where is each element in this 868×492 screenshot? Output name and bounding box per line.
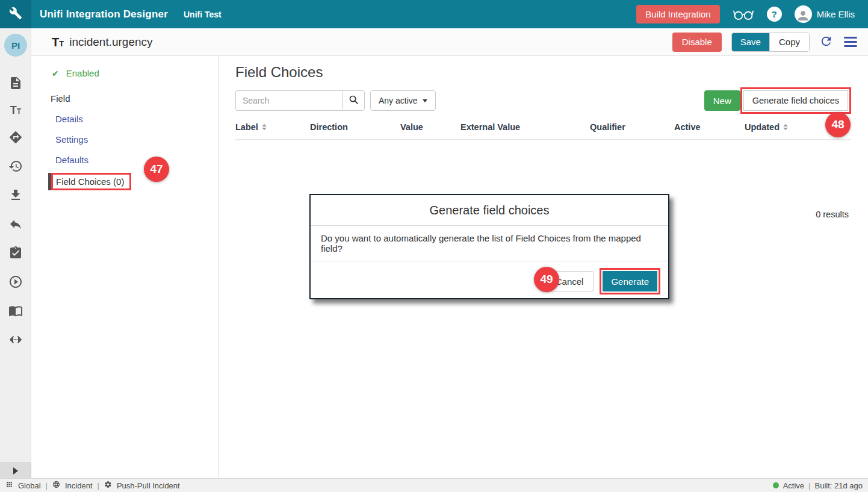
nav-item-details[interactable]: Details: [55, 114, 218, 124]
globe-icon: [52, 481, 60, 490]
sort-icon: [262, 124, 267, 130]
history-icon[interactable]: [8, 159, 23, 173]
new-button[interactable]: New: [704, 90, 740, 111]
status-dot: [773, 482, 779, 488]
table-header-row: Label Direction Value External Value Qua…: [235, 122, 851, 140]
grid-icon: [5, 481, 13, 490]
refresh-button[interactable]: [819, 34, 833, 50]
annotation-box-48: Generate field choices: [740, 87, 851, 114]
column-header-direction[interactable]: Direction: [310, 122, 400, 132]
annotation-step-47: 47: [144, 157, 169, 182]
nav-item-defaults[interactable]: Defaults: [55, 155, 218, 165]
generate-field-choices-button[interactable]: Generate field choices: [743, 90, 848, 111]
gear-icon: [104, 481, 112, 490]
menu-button[interactable]: [843, 36, 858, 48]
glasses-icon[interactable]: [733, 8, 754, 21]
separator: |: [98, 481, 99, 490]
column-header-label[interactable]: Label: [235, 122, 310, 132]
sort-icon: [783, 124, 788, 130]
search-button[interactable]: [342, 90, 365, 111]
copy-button[interactable]: Copy: [769, 33, 809, 51]
modal-title: Generate field choices: [311, 195, 668, 226]
documentation-icon[interactable]: [8, 304, 23, 318]
app-logo[interactable]: [0, 0, 31, 28]
top-bar: Unifi Integration Designer Unifi Test Bu…: [0, 0, 868, 28]
help-icon[interactable]: ?: [767, 7, 782, 22]
side-navigation: ✔ Enabled Field Details Settings Default…: [31, 56, 219, 478]
column-header-external-value[interactable]: External Value: [460, 122, 590, 132]
column-header-active[interactable]: Active: [674, 122, 745, 132]
page-title: Field Choices: [235, 64, 323, 81]
search-input[interactable]: [235, 90, 342, 111]
document-icon[interactable]: [8, 76, 23, 90]
user-name: Mike Ellis: [817, 9, 855, 19]
scope-label[interactable]: Global: [18, 481, 41, 490]
rail-expand-button[interactable]: [0, 462, 31, 478]
built-label: Built: 21d ago: [814, 481, 863, 490]
undo-icon[interactable]: [8, 217, 23, 231]
nav-item-settings[interactable]: Settings: [55, 134, 218, 145]
play-icon[interactable]: [8, 275, 23, 289]
field-type-icon: TT: [52, 36, 64, 48]
active-filter-label: Any active: [379, 96, 418, 105]
app-title: Unifi Integration Designer: [40, 8, 168, 20]
status-bar: Global | Incident | Push-Pull Incident A…: [0, 478, 868, 492]
annotation-step-49: 49: [534, 267, 559, 292]
menu-icon: [844, 37, 857, 39]
nav-item-field-choices-label: Field Choices (0): [56, 176, 124, 187]
check-icon: ✔: [52, 69, 59, 78]
user-avatar: [795, 5, 812, 23]
application-label[interactable]: Incident: [65, 481, 93, 490]
record-header: TT incident.urgency Disable Save Copy: [31, 28, 868, 56]
build-integration-button[interactable]: Build Integration: [636, 5, 719, 23]
search-icon: [349, 95, 359, 107]
record-title: incident.urgency: [69, 36, 152, 49]
active-filter-dropdown[interactable]: Any active: [370, 90, 436, 111]
nav-item-field-choices[interactable]: Field Choices (0): [48, 173, 218, 190]
wrench-icon: [9, 7, 22, 22]
user-menu[interactable]: Mike Ellis: [795, 5, 855, 23]
status-label: Active: [783, 481, 804, 490]
text-field-icon[interactable]: TT: [10, 105, 21, 116]
separator: |: [808, 481, 810, 490]
save-copy-group: Save Copy: [731, 33, 810, 52]
avatar[interactable]: PI: [4, 34, 27, 57]
annotation-box-49: Generate: [600, 268, 660, 294]
results-count: 0 results: [816, 210, 849, 219]
save-button[interactable]: Save: [732, 33, 769, 51]
annotation-box-47: Field Choices (0): [51, 173, 131, 190]
icon-rail: PI TT: [0, 28, 31, 478]
refresh-icon: [819, 34, 833, 50]
integration-label[interactable]: Push-Pull Incident: [117, 481, 180, 490]
disable-button[interactable]: Disable: [672, 33, 722, 52]
list-toolbar: Any active New Generate field choices: [235, 87, 851, 114]
column-header-value[interactable]: Value: [400, 122, 460, 132]
nav-section-field: Field: [51, 93, 218, 104]
modal-footer: Cancel Generate: [311, 261, 668, 294]
checklist-icon[interactable]: [8, 246, 23, 260]
expand-icon: [13, 467, 18, 475]
enabled-label: Enabled: [66, 68, 99, 78]
chevron-down-icon: [423, 99, 427, 102]
generate-field-choices-modal: Generate field choices Do you want to au…: [309, 194, 669, 299]
column-header-qualifier[interactable]: Qualifier: [590, 122, 674, 132]
environment-label[interactable]: Unifi Test: [184, 10, 222, 19]
directions-icon[interactable]: [8, 130, 23, 145]
separator: |: [46, 481, 48, 490]
code-icon[interactable]: [8, 332, 23, 347]
modal-message: Do you want to automatically generate th…: [311, 226, 668, 261]
download-icon[interactable]: [8, 188, 23, 202]
annotation-step-48: 48: [825, 112, 851, 137]
generate-button[interactable]: Generate: [603, 271, 657, 291]
enabled-status: ✔ Enabled: [52, 68, 218, 78]
